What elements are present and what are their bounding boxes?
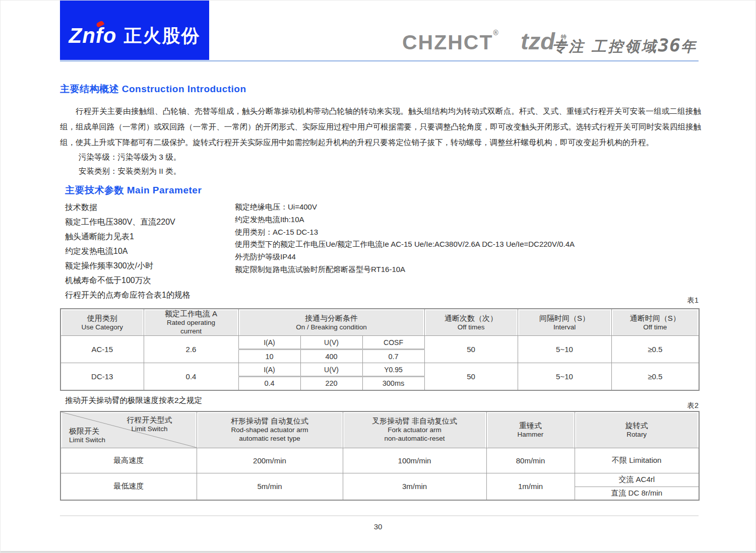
cell-off-time: ≥0.5	[611, 336, 699, 363]
header-cn: 通断次数（次）	[425, 314, 518, 323]
header-en: current	[144, 327, 238, 335]
cell-category: DC-13	[60, 363, 144, 390]
slogan-years-number: 36	[658, 35, 681, 55]
cell-hammer-speed: 80m/min	[486, 448, 575, 473]
col-header-breaking-condition: 接通与分断条件 On / Breaking condition	[238, 309, 424, 336]
cell-sub-head: U(V)	[300, 363, 362, 377]
header-en: Off times	[425, 323, 518, 331]
header-cn: 使用类别	[61, 314, 144, 323]
cell-sub-head: I(A)	[238, 336, 300, 350]
parameter-item: 外壳防护等级IP44	[235, 251, 575, 263]
header-cn: 间隔时间（S）	[518, 314, 611, 323]
cell-hammer-speed: 1m/min	[486, 473, 575, 500]
parameter-item: 额定绝缘电压：Ui=400V	[235, 201, 575, 214]
header-cn: 重锤式	[487, 421, 575, 430]
cell-off-time: ≥0.5	[611, 363, 699, 390]
header-en: Use Category	[61, 323, 144, 331]
table1-label: 表1	[60, 296, 699, 305]
header-en: Hammer	[487, 430, 575, 439]
col-header-rotary: 旋转式 Rotary	[575, 411, 699, 448]
header-divider	[60, 60, 699, 61]
corner-top-label: 行程开关型式 Limit Switch	[127, 416, 172, 433]
col-header-hammer: 重锤式 Hammer	[486, 411, 575, 448]
header-en: Fork actuator arm	[343, 426, 486, 434]
cell-rod-speed: 5m/min	[197, 473, 343, 500]
header-cn: 叉形操动臂 非自动复位式	[343, 417, 486, 426]
cell-speed-label: 最低速度	[60, 473, 197, 500]
page-number: 30	[1, 522, 755, 531]
parameter-list-right: 额定绝缘电压：Ui=400V 约定发热电流Ith:10A 使用类别：AC-15 …	[235, 201, 575, 276]
col-header-use-category: 使用类别 Use Category	[60, 309, 144, 336]
company-logo: Znfo 正火股份	[60, 1, 209, 60]
cell-sub-head: Y0.95	[362, 363, 424, 377]
header-en: Interval	[518, 323, 611, 331]
header-en: non-automatic-reset	[343, 434, 486, 443]
brand-slogan: 专注 工控领域36年	[552, 35, 698, 57]
col-header-rated-current: 额定工作电流 A Rated operating current	[144, 309, 238, 336]
page-bottom-edge	[1, 551, 755, 552]
cell-sub-head: I(A)	[238, 363, 300, 377]
header-en: Limit Switch	[69, 436, 105, 444]
logo-latin-text: Znfo	[69, 24, 117, 48]
col-header-fork-arm: 叉形操动臂 非自动复位式 Fork actuator arm non-autom…	[343, 411, 486, 448]
table1: 使用类别 Use Category 额定工作电流 A Rated operati…	[60, 308, 700, 391]
cell-sub-head: COSF	[362, 336, 424, 350]
parameter-item: 额定操作频率300次/小时	[65, 258, 191, 273]
table-row: 最低速度 5m/min 3m/min 1m/min 交流 AC4rl	[60, 473, 699, 487]
table2-limit-speed: 行程开关型式 Limit Switch 极限开关 Limit Switch 杆形…	[60, 411, 700, 501]
section-title-parameters: 主要技术参数 Main Parameter	[65, 184, 202, 197]
cell-sub-val: 0.7	[362, 350, 424, 363]
parameter-item: 使用类型下的额定工作电压Ue/额定工作电流Ie AC-15 Ue/Ie:AC38…	[235, 238, 575, 251]
header-en: Limit Switch	[127, 425, 172, 433]
header-cn: 通断时间（S）	[612, 314, 699, 323]
header-en: On / Breaking condition	[239, 323, 424, 331]
parameter-item: 额定限制短路电流试验时所配熔断器型号RT16-10A	[235, 263, 575, 276]
cell-interval: 5~10	[518, 336, 611, 363]
parameter-item: 约定发热电流Ith:10A	[235, 214, 575, 226]
installation-category-note: 安装类别：安装类别为 II 类。	[79, 166, 181, 177]
parameter-item: 使用类别：AC-15 DC-13	[235, 226, 575, 239]
construction-paragraph: 行程开关主要由接触组、凸轮轴、壳替等组成，触头分断靠操动机构带动凸轮轴的转动来实…	[60, 103, 701, 150]
registered-mark-icon: ®	[493, 29, 499, 37]
slogan-suffix: 年	[681, 38, 698, 54]
cell-sub-val: 220	[300, 377, 362, 390]
parameter-item: 触头通断能力见表1	[65, 229, 191, 244]
slogan-prefix: 专注 工控领域	[552, 38, 658, 54]
table1-header-row: 使用类别 Use Category 额定工作电流 A Rated operati…	[60, 309, 699, 336]
cell-sub-val: 400	[300, 350, 362, 363]
col-header-rod-arm: 杆形操动臂 自动复位式 Rod-shaped actuator arm auto…	[197, 411, 343, 448]
catalog-page: Znfo 正火股份 CHZHCT® tzd 特制 专注 工控领域36年 主要结构…	[0, 0, 756, 553]
parameter-item: 机械寿命不低于100万次	[65, 273, 191, 288]
header-en: automatic reset type	[197, 434, 343, 443]
cell-rod-speed: 200m/min	[197, 448, 343, 473]
brand-wordmark: CHZHCT®	[402, 31, 499, 54]
logo-wordmark: Znfo	[69, 24, 117, 47]
cell-fork-speed: 3m/min	[343, 473, 486, 500]
cell-rotary-ac: 交流 AC4rl	[575, 473, 699, 487]
table1-breaking-capacity: 使用类别 Use Category 额定工作电流 A Rated operati…	[60, 308, 700, 391]
cell-fork-speed: 100m/min	[343, 448, 486, 473]
cell-off-times: 50	[424, 336, 518, 363]
header-en: Rod-shaped actuator arm	[197, 426, 343, 434]
header-cn: 行程开关型式	[127, 416, 172, 425]
table-row: 最高速度 200m/min 100m/min 80m/min 不限 Limita…	[60, 448, 699, 473]
cell-off-times: 50	[424, 363, 518, 390]
pollution-grade-note: 污染等级：污染等级为 3 级。	[79, 152, 181, 163]
footer-divider	[60, 515, 699, 516]
table2-label: 表2	[60, 401, 699, 410]
col-header-interval: 间隔时间（S） Interval	[518, 309, 611, 336]
cell-sub-val: 300ms	[362, 377, 424, 390]
parameter-item: 技术数据	[65, 200, 191, 215]
cell-current: 0.4	[144, 363, 238, 390]
table-row: AC-15 2.6 I(A) U(V) COSF 50 5~10 ≥0.5	[60, 336, 699, 350]
corner-header-cell: 行程开关型式 Limit Switch 极限开关 Limit Switch	[60, 411, 197, 448]
header-en: Off time	[612, 323, 699, 331]
header-cn: 旋转式	[575, 421, 699, 430]
col-header-off-times: 通断次数（次） Off times	[424, 309, 518, 336]
cell-rotary-speed: 不限 Limitation	[575, 448, 699, 473]
table-row: DC-13 0.4 I(A) U(V) Y0.95 50 5~10 ≥0.5	[60, 363, 699, 377]
col-header-off-time: 通断时间（S） Off time	[611, 309, 699, 336]
table2: 行程开关型式 Limit Switch 极限开关 Limit Switch 杆形…	[60, 411, 700, 501]
section-title-construction: 主要结构概述 Construction Introduction	[60, 83, 246, 96]
header-cn: 接通与分断条件	[239, 314, 424, 323]
